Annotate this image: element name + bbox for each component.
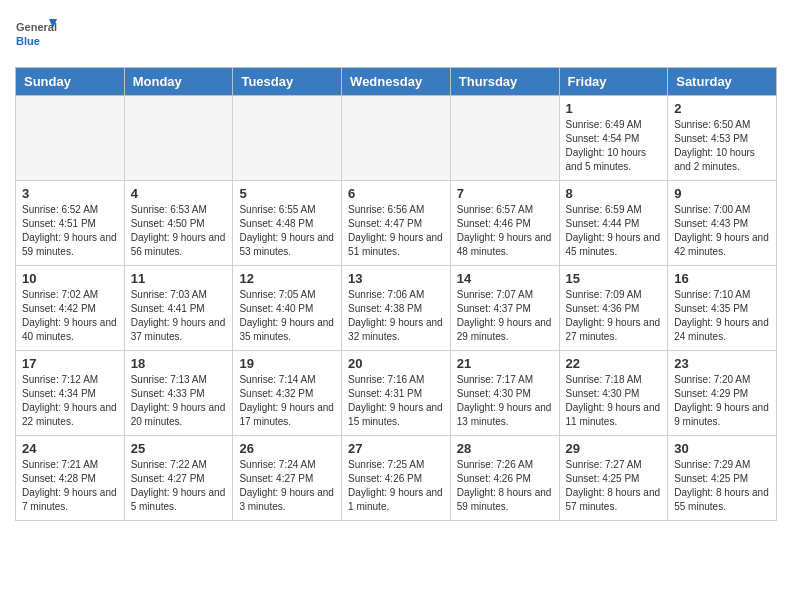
calendar-cell: 20Sunrise: 7:16 AM Sunset: 4:31 PM Dayli…	[342, 351, 451, 436]
calendar-cell: 27Sunrise: 7:25 AM Sunset: 4:26 PM Dayli…	[342, 436, 451, 521]
calendar-cell: 18Sunrise: 7:13 AM Sunset: 4:33 PM Dayli…	[124, 351, 233, 436]
day-info: Sunrise: 7:14 AM Sunset: 4:32 PM Dayligh…	[239, 373, 335, 429]
day-info: Sunrise: 7:00 AM Sunset: 4:43 PM Dayligh…	[674, 203, 770, 259]
week-row-1: 1Sunrise: 6:49 AM Sunset: 4:54 PM Daylig…	[16, 96, 777, 181]
day-info: Sunrise: 7:07 AM Sunset: 4:37 PM Dayligh…	[457, 288, 553, 344]
day-number: 7	[457, 186, 553, 201]
calendar-cell	[450, 96, 559, 181]
day-number: 5	[239, 186, 335, 201]
weekday-header-thursday: Thursday	[450, 68, 559, 96]
day-info: Sunrise: 7:24 AM Sunset: 4:27 PM Dayligh…	[239, 458, 335, 514]
day-number: 2	[674, 101, 770, 116]
day-info: Sunrise: 7:10 AM Sunset: 4:35 PM Dayligh…	[674, 288, 770, 344]
day-number: 23	[674, 356, 770, 371]
logo: General Blue	[15, 15, 57, 57]
calendar-cell: 29Sunrise: 7:27 AM Sunset: 4:25 PM Dayli…	[559, 436, 668, 521]
page-header: General Blue	[15, 15, 777, 57]
day-info: Sunrise: 7:17 AM Sunset: 4:30 PM Dayligh…	[457, 373, 553, 429]
day-number: 21	[457, 356, 553, 371]
day-info: Sunrise: 7:21 AM Sunset: 4:28 PM Dayligh…	[22, 458, 118, 514]
day-number: 9	[674, 186, 770, 201]
day-info: Sunrise: 7:05 AM Sunset: 4:40 PM Dayligh…	[239, 288, 335, 344]
calendar-cell: 3Sunrise: 6:52 AM Sunset: 4:51 PM Daylig…	[16, 181, 125, 266]
calendar-cell: 9Sunrise: 7:00 AM Sunset: 4:43 PM Daylig…	[668, 181, 777, 266]
calendar-cell: 26Sunrise: 7:24 AM Sunset: 4:27 PM Dayli…	[233, 436, 342, 521]
day-number: 26	[239, 441, 335, 456]
calendar-table: SundayMondayTuesdayWednesdayThursdayFrid…	[15, 67, 777, 521]
day-info: Sunrise: 7:16 AM Sunset: 4:31 PM Dayligh…	[348, 373, 444, 429]
calendar-cell: 25Sunrise: 7:22 AM Sunset: 4:27 PM Dayli…	[124, 436, 233, 521]
calendar-cell: 13Sunrise: 7:06 AM Sunset: 4:38 PM Dayli…	[342, 266, 451, 351]
day-number: 29	[566, 441, 662, 456]
calendar-cell: 15Sunrise: 7:09 AM Sunset: 4:36 PM Dayli…	[559, 266, 668, 351]
day-info: Sunrise: 6:56 AM Sunset: 4:47 PM Dayligh…	[348, 203, 444, 259]
day-number: 17	[22, 356, 118, 371]
day-info: Sunrise: 6:50 AM Sunset: 4:53 PM Dayligh…	[674, 118, 770, 174]
day-number: 3	[22, 186, 118, 201]
day-info: Sunrise: 6:55 AM Sunset: 4:48 PM Dayligh…	[239, 203, 335, 259]
calendar-cell: 21Sunrise: 7:17 AM Sunset: 4:30 PM Dayli…	[450, 351, 559, 436]
day-info: Sunrise: 6:53 AM Sunset: 4:50 PM Dayligh…	[131, 203, 227, 259]
day-info: Sunrise: 7:20 AM Sunset: 4:29 PM Dayligh…	[674, 373, 770, 429]
calendar-cell	[16, 96, 125, 181]
day-info: Sunrise: 7:09 AM Sunset: 4:36 PM Dayligh…	[566, 288, 662, 344]
day-info: Sunrise: 7:06 AM Sunset: 4:38 PM Dayligh…	[348, 288, 444, 344]
day-info: Sunrise: 6:57 AM Sunset: 4:46 PM Dayligh…	[457, 203, 553, 259]
day-info: Sunrise: 6:59 AM Sunset: 4:44 PM Dayligh…	[566, 203, 662, 259]
calendar-cell: 12Sunrise: 7:05 AM Sunset: 4:40 PM Dayli…	[233, 266, 342, 351]
day-number: 14	[457, 271, 553, 286]
svg-text:Blue: Blue	[16, 35, 40, 47]
calendar-cell: 19Sunrise: 7:14 AM Sunset: 4:32 PM Dayli…	[233, 351, 342, 436]
day-number: 12	[239, 271, 335, 286]
day-number: 28	[457, 441, 553, 456]
calendar-cell: 17Sunrise: 7:12 AM Sunset: 4:34 PM Dayli…	[16, 351, 125, 436]
weekday-header-friday: Friday	[559, 68, 668, 96]
calendar-cell: 14Sunrise: 7:07 AM Sunset: 4:37 PM Dayli…	[450, 266, 559, 351]
calendar-cell: 11Sunrise: 7:03 AM Sunset: 4:41 PM Dayli…	[124, 266, 233, 351]
weekday-header-wednesday: Wednesday	[342, 68, 451, 96]
calendar-cell: 8Sunrise: 6:59 AM Sunset: 4:44 PM Daylig…	[559, 181, 668, 266]
week-row-4: 17Sunrise: 7:12 AM Sunset: 4:34 PM Dayli…	[16, 351, 777, 436]
calendar-cell: 24Sunrise: 7:21 AM Sunset: 4:28 PM Dayli…	[16, 436, 125, 521]
calendar-cell	[124, 96, 233, 181]
weekday-header-monday: Monday	[124, 68, 233, 96]
calendar-cell: 22Sunrise: 7:18 AM Sunset: 4:30 PM Dayli…	[559, 351, 668, 436]
week-row-3: 10Sunrise: 7:02 AM Sunset: 4:42 PM Dayli…	[16, 266, 777, 351]
day-number: 22	[566, 356, 662, 371]
day-info: Sunrise: 7:29 AM Sunset: 4:25 PM Dayligh…	[674, 458, 770, 514]
day-number: 8	[566, 186, 662, 201]
day-number: 19	[239, 356, 335, 371]
calendar-cell: 4Sunrise: 6:53 AM Sunset: 4:50 PM Daylig…	[124, 181, 233, 266]
day-info: Sunrise: 7:26 AM Sunset: 4:26 PM Dayligh…	[457, 458, 553, 514]
weekday-header-tuesday: Tuesday	[233, 68, 342, 96]
calendar-cell: 7Sunrise: 6:57 AM Sunset: 4:46 PM Daylig…	[450, 181, 559, 266]
day-number: 4	[131, 186, 227, 201]
day-number: 27	[348, 441, 444, 456]
weekday-header-row: SundayMondayTuesdayWednesdayThursdayFrid…	[16, 68, 777, 96]
day-number: 16	[674, 271, 770, 286]
calendar-cell: 28Sunrise: 7:26 AM Sunset: 4:26 PM Dayli…	[450, 436, 559, 521]
day-number: 20	[348, 356, 444, 371]
day-number: 24	[22, 441, 118, 456]
calendar-cell: 30Sunrise: 7:29 AM Sunset: 4:25 PM Dayli…	[668, 436, 777, 521]
calendar-cell	[342, 96, 451, 181]
day-info: Sunrise: 6:49 AM Sunset: 4:54 PM Dayligh…	[566, 118, 662, 174]
day-number: 18	[131, 356, 227, 371]
day-info: Sunrise: 7:12 AM Sunset: 4:34 PM Dayligh…	[22, 373, 118, 429]
day-number: 1	[566, 101, 662, 116]
day-info: Sunrise: 7:02 AM Sunset: 4:42 PM Dayligh…	[22, 288, 118, 344]
week-row-2: 3Sunrise: 6:52 AM Sunset: 4:51 PM Daylig…	[16, 181, 777, 266]
calendar-cell: 2Sunrise: 6:50 AM Sunset: 4:53 PM Daylig…	[668, 96, 777, 181]
calendar-cell: 16Sunrise: 7:10 AM Sunset: 4:35 PM Dayli…	[668, 266, 777, 351]
day-info: Sunrise: 7:13 AM Sunset: 4:33 PM Dayligh…	[131, 373, 227, 429]
day-info: Sunrise: 6:52 AM Sunset: 4:51 PM Dayligh…	[22, 203, 118, 259]
day-number: 10	[22, 271, 118, 286]
calendar-cell: 1Sunrise: 6:49 AM Sunset: 4:54 PM Daylig…	[559, 96, 668, 181]
day-info: Sunrise: 7:22 AM Sunset: 4:27 PM Dayligh…	[131, 458, 227, 514]
day-info: Sunrise: 7:03 AM Sunset: 4:41 PM Dayligh…	[131, 288, 227, 344]
day-info: Sunrise: 7:27 AM Sunset: 4:25 PM Dayligh…	[566, 458, 662, 514]
calendar-cell	[233, 96, 342, 181]
logo-svg: General Blue	[15, 15, 57, 57]
calendar-cell: 5Sunrise: 6:55 AM Sunset: 4:48 PM Daylig…	[233, 181, 342, 266]
weekday-header-saturday: Saturday	[668, 68, 777, 96]
